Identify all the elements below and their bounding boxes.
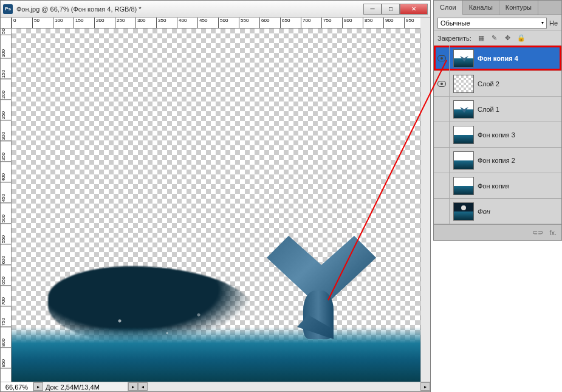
- maximize-button[interactable]: □: [382, 4, 400, 15]
- layer-thumbnail[interactable]: [453, 75, 474, 93]
- layer-row[interactable]: Фон копия 3: [434, 122, 561, 148]
- ruler-tick: 100: [1, 49, 11, 58]
- ruler-tick: 800: [1, 339, 11, 348]
- ruler-tick: 400: [1, 173, 11, 182]
- layer-visibility-toggle[interactable]: [434, 199, 450, 224]
- layer-thumbnail[interactable]: [453, 151, 474, 170]
- tab-paths[interactable]: Контуры: [499, 1, 538, 15]
- layer-name[interactable]: Слой 1: [478, 106, 558, 113]
- ruler-tick: 850: [363, 18, 372, 28]
- blend-mode-value: Обычные: [440, 19, 470, 27]
- ruler-tick: 350: [1, 153, 11, 162]
- layer-row[interactable]: Фон копия 2: [434, 148, 561, 173]
- layer-name[interactable]: Фон копия 2: [478, 157, 558, 164]
- layer-name[interactable]: Фон копия 4: [478, 55, 558, 62]
- titlebar[interactable]: Ps Фон.jpg @ 66,7% (Фон копия 4, RGB/8) …: [1, 1, 430, 18]
- tab-layers[interactable]: Слои: [434, 1, 463, 15]
- layer-thumbnail[interactable]: [453, 202, 474, 221]
- layer-visibility-toggle[interactable]: [434, 148, 450, 173]
- layers-list: Фон копия 4Слой 2Слой 1Фон копия 3Фон ко…: [434, 46, 561, 224]
- opacity-label: Не: [549, 19, 558, 27]
- ruler-tick: 600: [1, 256, 11, 265]
- ruler-tick: 150: [74, 18, 83, 28]
- lock-position-icon[interactable]: ✥: [503, 33, 513, 43]
- close-button[interactable]: ✕: [400, 4, 428, 15]
- lock-all-icon[interactable]: 🔒: [516, 33, 526, 43]
- zoom-level[interactable]: 66,67%: [1, 382, 33, 391]
- minimize-button[interactable]: ─: [363, 4, 382, 15]
- ruler-tick: 800: [342, 18, 352, 28]
- ruler-tick: 450: [1, 194, 11, 203]
- layer-name[interactable]: Фон: [478, 208, 558, 215]
- ruler-tick: 850: [1, 359, 11, 368]
- layer-name[interactable]: Слой 2: [478, 80, 558, 88]
- scroll-right-button[interactable]: ▸: [420, 382, 430, 391]
- ruler-horizontal[interactable]: 0501001502002503003504004505005506006507…: [12, 18, 420, 29]
- ruler-tick: 600: [259, 18, 269, 28]
- layer-fx-icon[interactable]: fx.: [549, 229, 557, 236]
- ruler-tick: 900: [383, 18, 393, 28]
- ruler-tick: 400: [177, 18, 187, 28]
- layer-visibility-toggle[interactable]: [434, 173, 450, 198]
- ruler-tick: 650: [280, 18, 290, 28]
- ruler-tick: 950: [404, 18, 414, 28]
- ruler-tick: 500: [218, 18, 228, 28]
- lock-pixels-icon[interactable]: ✎: [490, 33, 499, 43]
- tab-channels[interactable]: Каналы: [463, 1, 499, 15]
- ruler-tick: 550: [1, 235, 11, 244]
- ruler-origin[interactable]: [1, 18, 12, 29]
- ruler-tick: 750: [321, 18, 331, 28]
- layer-visibility-toggle[interactable]: [434, 71, 450, 96]
- ruler-tick: 200: [1, 91, 11, 100]
- ruler-tick: 200: [94, 18, 104, 28]
- ruler-tick: 50: [32, 18, 39, 28]
- scrollbar-vertical[interactable]: [420, 29, 430, 382]
- layer-thumbnail[interactable]: [453, 100, 474, 119]
- ruler-tick: 250: [1, 111, 11, 120]
- layer-row[interactable]: Фон копия 4: [434, 46, 561, 71]
- ruler-tick: 750: [1, 318, 11, 327]
- layer-row[interactable]: Фон копия: [434, 173, 561, 199]
- layer-row[interactable]: Слой 1: [434, 97, 561, 122]
- layer-row[interactable]: Слой 2: [434, 71, 561, 97]
- lock-transparency-icon[interactable]: ▦: [476, 33, 486, 43]
- doc-info-menu[interactable]: ▸: [128, 382, 138, 391]
- ruler-tick: 250: [115, 18, 125, 28]
- canvas[interactable]: [12, 29, 420, 382]
- canvas-viewport[interactable]: [12, 29, 420, 382]
- scrollbar-horizontal[interactable]: [148, 382, 420, 391]
- ruler-tick: 700: [1, 297, 11, 306]
- ruler-tick: 550: [239, 18, 248, 28]
- layer-thumbnail[interactable]: [453, 49, 474, 67]
- eye-icon: [437, 81, 446, 87]
- artwork-whale-tail: [242, 236, 376, 357]
- ruler-tick: 300: [1, 132, 11, 141]
- layer-visibility-toggle[interactable]: [434, 46, 450, 70]
- layer-visibility-toggle[interactable]: [434, 97, 450, 122]
- document-window: Ps Фон.jpg @ 66,7% (Фон копия 4, RGB/8) …: [0, 0, 431, 392]
- link-layers-icon[interactable]: ⊂⊃: [532, 229, 543, 236]
- layer-thumbnail[interactable]: [453, 126, 474, 144]
- layer-name[interactable]: Фон копия: [478, 182, 558, 190]
- ruler-tick: 500: [1, 215, 11, 224]
- layer-visibility-toggle[interactable]: [434, 122, 450, 147]
- layers-panel: Слои Каналы Контуры Обычные Не Закрепить…: [433, 0, 562, 241]
- ruler-vertical[interactable]: 5010015020025030035040045050055060065070…: [1, 29, 12, 382]
- window-title: Фон.jpg @ 66,7% (Фон копия 4, RGB/8) *: [16, 5, 363, 13]
- layer-name[interactable]: Фон копия 3: [478, 131, 558, 139]
- ruler-tick: 300: [135, 18, 145, 28]
- ruler-tick: 450: [197, 18, 207, 28]
- eye-icon: [437, 55, 446, 61]
- app-icon: Ps: [3, 4, 13, 14]
- blend-mode-select[interactable]: Обычные: [437, 18, 547, 29]
- layer-thumbnail[interactable]: [453, 177, 474, 195]
- lock-label: Закрепить:: [437, 35, 471, 42]
- document-info[interactable]: Док: 2,54M/13,4M: [43, 382, 128, 391]
- layer-row[interactable]: Фон: [434, 199, 561, 224]
- ruler-tick: 50: [1, 29, 11, 35]
- scroll-left-button[interactable]: ◂: [138, 382, 148, 391]
- ruler-tick: 0: [12, 18, 16, 28]
- doc-info-arrow[interactable]: ▸: [33, 382, 43, 391]
- ruler-tick: 700: [301, 18, 310, 28]
- ruler-tick: 150: [1, 70, 11, 79]
